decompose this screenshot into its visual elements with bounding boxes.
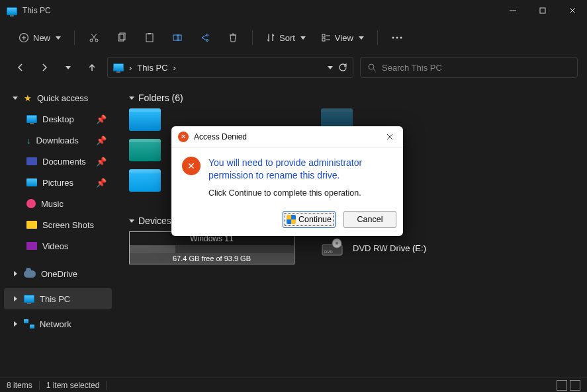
sidebar-item-downloads[interactable]: ↓Downloads📌 (4, 130, 112, 151)
desktop-icon (26, 115, 37, 123)
expand-caret[interactable] (12, 271, 19, 276)
view-button[interactable]: View (315, 26, 371, 49)
dialog-close-button[interactable] (382, 129, 398, 145)
paste-icon (144, 32, 155, 43)
sidebar-item-label: Documents (42, 157, 86, 167)
sidebar-item-network[interactable]: Network (4, 313, 112, 334)
refresh-button[interactable] (338, 63, 347, 72)
separator (377, 30, 378, 45)
pin-icon: 📌 (96, 157, 107, 167)
breadcrumb-location[interactable]: This PC (137, 63, 167, 73)
continue-button[interactable]: Continue (283, 211, 336, 228)
folder-tile[interactable] (129, 139, 161, 161)
sidebar-item-label: Videos (42, 241, 69, 251)
sidebar-item-label: Desktop (42, 114, 74, 124)
separator (74, 30, 75, 45)
cancel-label: Cancel (357, 215, 383, 224)
folder-tile[interactable] (129, 108, 161, 131)
copy-button[interactable] (109, 26, 134, 49)
dialog-message: You will need to provide administrator p… (208, 157, 392, 182)
error-icon: ✕ (178, 132, 189, 142)
network-label: Network (40, 319, 71, 329)
chevron-down-icon (300, 36, 306, 40)
sidebar-item-pictures[interactable]: Pictures📌 (4, 172, 112, 193)
up-button[interactable] (83, 59, 101, 76)
dialog-titlebar: ✕ Access Denied (171, 126, 403, 147)
history-dropdown[interactable] (328, 66, 333, 69)
folders-section-header[interactable]: Folders (6) (129, 93, 574, 103)
sidebar-item-label: Pictures (42, 178, 73, 188)
svg-point-24 (396, 37, 398, 39)
sidebar-item-videos[interactable]: Videos (4, 235, 112, 256)
forward-button[interactable] (36, 59, 53, 76)
svg-rect-15 (173, 35, 179, 40)
expand-caret[interactable] (12, 97, 19, 100)
copy-icon (116, 32, 127, 43)
search-box[interactable]: Search This PC (360, 57, 578, 78)
star-icon: ★ (24, 93, 32, 103)
dialog-footer: Continue Cancel (171, 207, 403, 236)
rename-button[interactable] (165, 26, 190, 49)
delete-button[interactable] (220, 26, 246, 49)
svg-rect-19 (322, 34, 325, 37)
continue-label: Continue (298, 215, 332, 224)
drive-dvd[interactable]: DVD DVD RW Drive (E:) (321, 231, 493, 264)
chevron-down-icon (129, 97, 134, 100)
chevron-down-icon (359, 36, 364, 40)
new-label: New (33, 33, 50, 43)
details-view-button[interactable] (557, 380, 567, 391)
thumbnails-view-button[interactable] (570, 380, 580, 391)
sidebar-item-screenshots[interactable]: Screen Shots (4, 214, 112, 235)
sidebar-item-desktop[interactable]: Desktop📌 (4, 108, 112, 130)
back-button[interactable] (12, 59, 29, 76)
status-selected: 1 item selected (46, 381, 100, 390)
svg-point-30 (336, 242, 338, 245)
folder-tile[interactable] (129, 169, 161, 192)
navigation-bar: › This PC › Search This PC (0, 54, 587, 81)
expand-caret[interactable] (12, 321, 19, 327)
new-button[interactable]: New (12, 26, 68, 49)
folders-header-label: Folders (6) (138, 93, 183, 103)
recent-button[interactable] (60, 59, 77, 76)
sidebar-item-label: Screen Shots (42, 220, 94, 230)
sort-button[interactable]: Sort (259, 26, 312, 49)
address-bar[interactable]: › This PC › (107, 57, 353, 78)
svg-line-10 (91, 34, 96, 40)
sidebar-item-label: Downloads (36, 136, 79, 145)
quick-access-group[interactable]: ★ Quick access (4, 87, 112, 108)
close-button[interactable] (557, 0, 587, 21)
thispc-label: This PC (40, 294, 70, 304)
sidebar-item-onedrive[interactable]: OneDrive (4, 263, 112, 284)
cancel-button[interactable]: Cancel (343, 211, 396, 228)
pin-icon: 📌 (96, 114, 107, 124)
cloud-icon (24, 270, 36, 278)
sort-label: Sort (279, 33, 295, 43)
cut-button[interactable] (81, 26, 107, 49)
drive-windows[interactable]: Windows 11 67.4 GB free of 93.9 GB (129, 231, 294, 264)
maximize-button[interactable] (527, 0, 557, 21)
dvd-label: DVD RW Drive (E:) (353, 243, 426, 253)
more-button[interactable] (384, 26, 410, 49)
dvd-icon: DVD (321, 238, 345, 258)
expand-caret[interactable] (12, 296, 19, 301)
svg-rect-16 (177, 35, 181, 40)
toolbar: New Sort View (0, 21, 587, 54)
breadcrumb-caret: › (129, 63, 132, 73)
sidebar-item-documents[interactable]: Documents📌 (4, 151, 112, 172)
chevron-down-icon (66, 66, 71, 69)
sidebar-item-thispc[interactable]: This PC (4, 288, 112, 309)
share-button[interactable] (193, 26, 218, 49)
sidebar-item-label: Music (41, 199, 64, 209)
separator (106, 381, 107, 390)
separator (252, 30, 253, 45)
minimize-button[interactable] (498, 0, 527, 21)
view-icon (322, 33, 331, 42)
ellipsis-icon (392, 36, 402, 39)
svg-rect-13 (146, 34, 153, 42)
drive-usage-bar (130, 245, 294, 253)
network-icon (24, 319, 34, 329)
svg-line-27 (373, 69, 376, 71)
sidebar-item-music[interactable]: Music (4, 193, 112, 214)
svg-rect-1 (540, 8, 545, 13)
paste-button[interactable] (137, 26, 162, 49)
